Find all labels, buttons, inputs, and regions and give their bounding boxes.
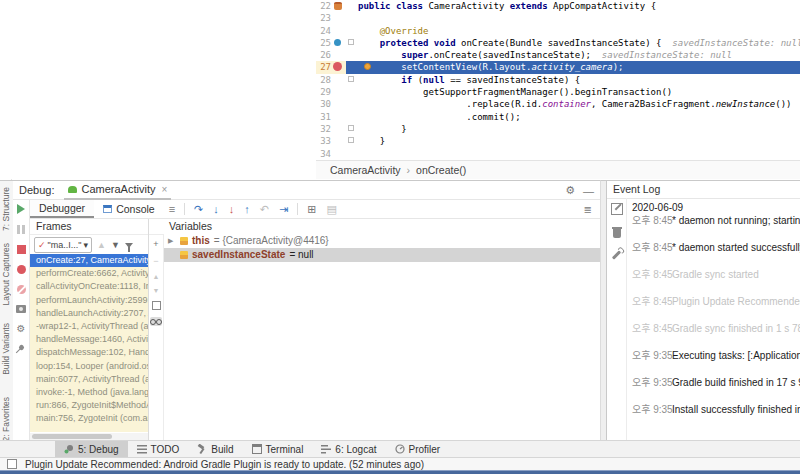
code-line-34[interactable] <box>346 148 800 160</box>
gutter-line-25[interactable]: 25 <box>316 37 346 49</box>
tab-console[interactable]: Console <box>94 200 164 218</box>
step-over-button[interactable]: ↷ <box>189 203 208 216</box>
class-icon[interactable] <box>334 2 342 10</box>
settings-gear-icon[interactable]: ⚙ <box>565 184 575 197</box>
frame-row[interactable]: loop:154, Looper (android.os) <box>30 360 148 373</box>
toolwindow-tab-profiler[interactable]: Profiler <box>386 441 450 457</box>
gutter-line-23[interactable]: 23 <box>316 12 346 24</box>
layout-settings-icon[interactable]: ▤ <box>321 203 341 216</box>
frame-row[interactable]: handleMessage:1460, ActivityT <box>30 333 148 346</box>
drop-frame-button[interactable]: ↶ <box>255 203 274 216</box>
scrollbar-thumb[interactable] <box>32 434 112 439</box>
resume-button[interactable] <box>17 204 25 214</box>
gutter-line-30[interactable]: 30 <box>316 98 346 110</box>
log-settings-icon[interactable] <box>612 250 621 259</box>
gutter-line-32[interactable]: 32 <box>316 123 346 135</box>
gutter-line-31[interactable]: 31 <box>316 111 346 123</box>
gutter-line-22[interactable]: 22 <box>316 0 346 12</box>
toolwindow-tab-todo[interactable]: TODO <box>128 441 189 457</box>
frame-row[interactable]: invoke:-1, Method (java.lang.r <box>30 386 148 399</box>
layout-menu-icon[interactable]: ≡ <box>164 203 180 215</box>
fold-marker-icon[interactable] <box>348 137 354 143</box>
move-down-button[interactable]: ▼ <box>153 287 160 294</box>
notification-icon[interactable] <box>7 459 17 469</box>
gutter-line-26[interactable]: 26 <box>316 49 346 61</box>
frame-row[interactable]: callActivityOnCreate:1118, Inst <box>30 280 148 293</box>
gutter-line-24[interactable]: 24 <box>316 25 346 37</box>
frame-row[interactable]: run:866, ZygoteInit$MethodAn <box>30 399 148 412</box>
frames-list[interactable]: onCreate:27, CameraActivity (performCrea… <box>30 254 148 432</box>
gutter-line-28[interactable]: 28 <box>316 74 346 86</box>
fold-marker-icon[interactable] <box>348 39 354 45</box>
debug-settings-icon[interactable]: ⚙ <box>17 324 26 334</box>
code-line-25[interactable]: protected void onCreate(Bundle savedInst… <box>346 37 800 49</box>
frame-row[interactable]: handleLaunchActivity:2707, Ac <box>30 307 148 320</box>
code-line-29[interactable]: getSupportFragmentManager().beginTransac… <box>346 86 800 98</box>
hide-frames-filter-icon[interactable] <box>125 243 133 248</box>
code-line-27[interactable]: setContentView(R.layout.activity_camera)… <box>346 61 800 73</box>
breadcrumb-method[interactable]: onCreate() <box>416 164 466 176</box>
toolwindow-tab-terminal[interactable]: Terminal <box>243 441 313 457</box>
toolwindow-structure[interactable]: 7: Structure <box>1 187 11 231</box>
frames-scrollbar[interactable] <box>30 433 148 440</box>
frame-row[interactable]: dispatchMessage:102, Handler <box>30 346 148 359</box>
previous-frame-button[interactable]: ▲ <box>97 240 106 250</box>
code-editor[interactable]: public class CameraActivity extends AppC… <box>346 0 800 160</box>
step-into-button[interactable]: ↓ <box>208 203 224 215</box>
breadcrumb[interactable]: CameraActivity›onCreate() <box>316 160 800 179</box>
panel-splitter[interactable] <box>600 180 607 440</box>
code-line-32[interactable]: } <box>346 123 800 135</box>
gutter-line-29[interactable]: 29 <box>316 86 346 98</box>
code-line-22[interactable]: public class CameraActivity extends AppC… <box>346 0 800 12</box>
pause-button[interactable] <box>17 225 25 234</box>
code-line-24[interactable]: @Override <box>346 25 800 37</box>
expand-arrow-icon[interactable]: ▶ <box>168 234 176 248</box>
frame-row[interactable]: performCreate:6662, Activity (a <box>30 267 148 280</box>
code-line-31[interactable]: .commit(); <box>346 111 800 123</box>
code-line-30[interactable]: .replace(R.id.container, Camera2BasicFra… <box>346 98 800 110</box>
gutter-line-27[interactable]: 27 <box>316 61 346 73</box>
variable-row-this[interactable]: ▶ this = {CameraActivity@4416} <box>164 234 600 248</box>
fold-marker-icon[interactable] <box>348 125 354 131</box>
toolwindow-build-variants[interactable]: Build Variants <box>1 323 11 375</box>
frame-row[interactable]: -wrap12-1, ActivityThread (an <box>30 320 148 333</box>
duplicate-watch-icon[interactable] <box>152 301 161 310</box>
remove-watch-button[interactable]: − <box>153 256 158 266</box>
stop-button[interactable] <box>17 245 26 254</box>
view-breakpoints-button[interactable] <box>17 265 26 274</box>
toolwindow-favorites[interactable]: 2: Favorites <box>1 397 11 441</box>
code-line-26[interactable]: super.onCreate(savedInstanceState); save… <box>346 49 800 61</box>
clear-log-icon[interactable] <box>613 229 621 238</box>
thread-selector-dropdown[interactable]: ✓ "ma..I..." ▾ <box>34 237 92 253</box>
run-to-cursor-button[interactable]: ⇥ <box>274 203 293 216</box>
gutter-line-34[interactable]: 34 <box>316 148 346 160</box>
override-icon[interactable] <box>334 39 341 46</box>
toolwindow-tab-logcat[interactable]: 6: Logcat <box>312 441 385 457</box>
code-line-28[interactable]: if (null == savedInstanceState) { <box>346 74 800 86</box>
thread-dump-button[interactable] <box>16 305 26 313</box>
force-step-into-button[interactable]: ↓ <box>224 203 240 215</box>
toolwindow-layout-captures[interactable]: Layout Captures <box>1 243 11 305</box>
frame-row[interactable]: performLaunchActivity:2599, A <box>30 294 148 307</box>
show-watches-icon[interactable] <box>150 317 162 326</box>
fold-marker-icon[interactable] <box>348 76 354 82</box>
breadcrumb-class[interactable]: CameraActivity <box>330 164 401 176</box>
gutter[interactable]: 22232425262728293031323334 <box>316 0 347 160</box>
toolwindow-tab-debug[interactable]: 5: Debug <box>55 441 128 457</box>
step-out-button[interactable]: ↑ <box>239 203 255 215</box>
gutter-line-33[interactable]: 33 <box>316 135 346 147</box>
toolwindow-tab-build[interactable]: Build <box>188 441 242 457</box>
mute-breakpoints-button[interactable] <box>17 285 26 294</box>
status-message[interactable]: Plugin Update Recommended: Android Gradl… <box>25 459 424 470</box>
next-frame-button[interactable]: ▼ <box>111 240 120 250</box>
variable-row-savedinstancestate[interactable]: savedInstanceState = null <box>164 248 600 262</box>
evaluate-expression-button[interactable]: ⊞ <box>302 203 321 216</box>
code-line-23[interactable] <box>346 12 800 24</box>
move-up-button[interactable]: ▲ <box>153 273 160 280</box>
tab-debugger[interactable]: Debugger <box>30 200 94 218</box>
debug-session-tab[interactable]: CameraActivity × <box>64 180 171 200</box>
pin-tab-icon[interactable] <box>17 344 24 351</box>
frame-row[interactable]: onCreate:27, CameraActivity ( <box>30 254 148 267</box>
frame-row[interactable]: main:6077, ActivityThread (an <box>30 373 148 386</box>
frame-row[interactable]: main:756, ZygoteInit (com.an <box>30 412 148 425</box>
